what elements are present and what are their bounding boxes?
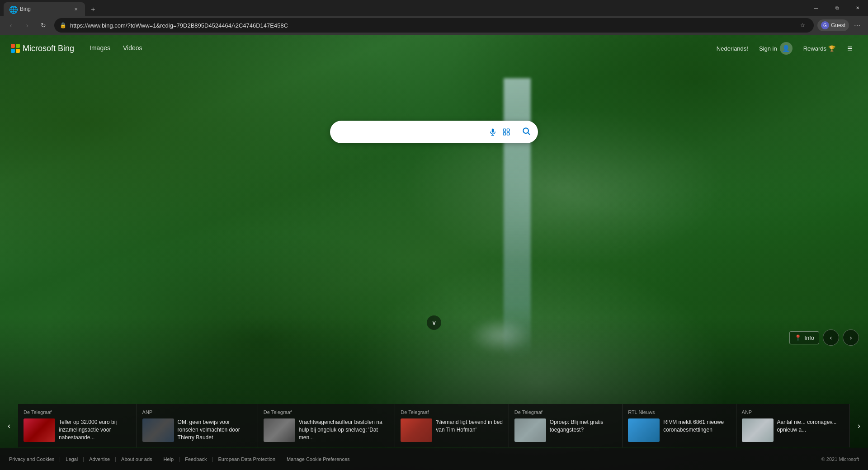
forward-button[interactable]: › bbox=[20, 18, 34, 33]
svg-rect-6 bbox=[507, 133, 509, 135]
microsoft-logo-icon bbox=[11, 44, 20, 53]
url-text: https://www.bing.com/?toWww=1&redig=79D2… bbox=[70, 22, 794, 29]
tab-close-button[interactable]: ✕ bbox=[72, 5, 80, 13]
address-bar[interactable]: 🔒 https://www.bing.com/?toWww=1&redig=79… bbox=[54, 18, 814, 33]
navigation-bar: ‹ › ↻ 🔒 https://www.bing.com/?toWww=1&re… bbox=[0, 16, 868, 35]
news-cards-container: De Telegraaf Teller op 32.000 euro bij i… bbox=[18, 404, 850, 447]
rewards-label: Rewards bbox=[803, 45, 826, 52]
news-prev-button[interactable]: ‹ bbox=[0, 404, 18, 447]
window-controls: — ⧉ ✕ bbox=[806, 0, 868, 16]
refresh-button[interactable]: ↻ bbox=[36, 18, 51, 33]
news-card[interactable]: De Telegraaf 'Niemand ligt bevend in bed… bbox=[395, 404, 509, 447]
info-label: Info bbox=[804, 334, 814, 341]
bing-logo[interactable]: Microsoft Bing bbox=[11, 44, 74, 53]
news-card[interactable]: ANP OM: geen bewijs voor ronselen volmac… bbox=[137, 404, 258, 447]
svg-rect-0 bbox=[492, 129, 494, 133]
news-card-body: Teller op 32.000 euro bij inzamelingsact… bbox=[24, 418, 131, 442]
news-source: ANP bbox=[742, 409, 844, 415]
scroll-indicator: ∨ bbox=[427, 315, 441, 330]
sign-in-label: Sign in bbox=[759, 45, 777, 52]
profile-avatar: G bbox=[821, 21, 829, 29]
search-submit-button[interactable] bbox=[522, 127, 531, 138]
news-card[interactable]: De Telegraaf Teller op 32.000 euro bij i… bbox=[18, 404, 137, 447]
svg-rect-5 bbox=[503, 133, 505, 135]
back-button[interactable]: ‹ bbox=[4, 18, 18, 33]
news-headline: Teller op 32.000 euro bij inzamelingsact… bbox=[59, 418, 131, 441]
footer-bar: Privacy and CookiesLegalAdvertiseAbout o… bbox=[0, 448, 868, 470]
footer-link[interactable]: Privacy and Cookies bbox=[9, 457, 60, 462]
sign-in-button[interactable]: Sign in 👤 bbox=[755, 40, 796, 56]
news-thumbnail bbox=[514, 418, 546, 442]
add-to-favorites-icon[interactable]: ☆ bbox=[797, 20, 808, 31]
footer-links: Privacy and CookiesLegalAdvertiseAbout o… bbox=[9, 457, 355, 462]
news-card-body: Oproep: Blij met gratis toegangstest? bbox=[514, 418, 617, 442]
language-button[interactable]: Nederlands! bbox=[713, 43, 752, 54]
news-next-button[interactable]: › bbox=[850, 404, 868, 447]
page-content: Microsoft Bing Images Videos Nederlands!… bbox=[0, 35, 868, 470]
rewards-button[interactable]: Rewards 🏆 bbox=[800, 43, 839, 54]
menu-button[interactable]: ≡ bbox=[843, 41, 857, 56]
restore-button[interactable]: ⧉ bbox=[826, 0, 847, 16]
minimize-button[interactable]: — bbox=[806, 0, 826, 16]
logo-blue-square bbox=[11, 49, 15, 53]
news-headline: Oproep: Blij met gratis toegangstest? bbox=[550, 418, 617, 434]
news-headline: OM: geen bewijs voor ronselen volmachten… bbox=[178, 418, 252, 441]
rewards-icon: 🏆 bbox=[828, 45, 835, 52]
footer-link[interactable]: Help bbox=[158, 457, 180, 462]
news-source: RTL Nieuws bbox=[628, 409, 730, 415]
copyright-text: © 2021 Microsoft bbox=[821, 456, 859, 462]
news-card[interactable]: RTL Nieuws RIVM meldt 6861 nieuwe corona… bbox=[623, 404, 736, 447]
nav-right-actions: G Guest ⋯ bbox=[817, 18, 864, 33]
news-card[interactable]: De Telegraaf Vrachtwagenchauffeur bestol… bbox=[258, 404, 396, 447]
news-source: De Telegraaf bbox=[264, 409, 390, 415]
news-headline: RIVM meldt 6861 nieuwe coronabesmettinge… bbox=[663, 418, 730, 434]
next-image-button[interactable]: › bbox=[843, 329, 859, 346]
prev-image-button[interactable]: ‹ bbox=[823, 329, 839, 346]
footer-link[interactable]: Legal bbox=[60, 457, 84, 462]
news-card-body: Aantal nie... coronagev... opnieuw a... bbox=[742, 418, 844, 442]
nav-item-images[interactable]: Images bbox=[83, 40, 117, 56]
favorites-button[interactable]: ⋯ bbox=[850, 18, 864, 33]
tab-title: Bing bbox=[20, 6, 69, 12]
image-info-bar: 📍 Info ‹ › bbox=[789, 329, 859, 346]
voice-search-button[interactable] bbox=[489, 128, 497, 136]
news-card[interactable]: ANP Aantal nie... coronagev... opnieuw a… bbox=[736, 404, 850, 447]
logo-red-square bbox=[11, 44, 15, 48]
news-source: De Telegraaf bbox=[24, 409, 131, 415]
news-headline: 'Niemand ligt bevend in bed van Tim Hofm… bbox=[436, 418, 503, 434]
news-source: ANP bbox=[142, 409, 252, 415]
search-input[interactable] bbox=[337, 128, 489, 136]
address-actions: ☆ bbox=[797, 20, 808, 31]
visual-search-button[interactable] bbox=[502, 128, 510, 136]
footer-link[interactable]: Advertise bbox=[84, 457, 116, 462]
news-card-body: Vrachtwagenchauffeur bestolen na hulp bi… bbox=[264, 418, 390, 442]
tab-bar: 🌐 Bing ✕ + bbox=[0, 0, 806, 16]
profile-button[interactable]: G Guest bbox=[817, 19, 849, 31]
active-tab[interactable]: 🌐 Bing ✕ bbox=[4, 2, 85, 16]
hamburger-icon: ≡ bbox=[847, 43, 853, 54]
search-divider bbox=[516, 127, 516, 136]
news-strip: ‹ De Telegraaf Teller op 32.000 euro bij… bbox=[0, 404, 868, 447]
news-thumbnail bbox=[401, 418, 432, 442]
footer-link[interactable]: About our ads bbox=[116, 457, 158, 462]
svg-line-8 bbox=[528, 132, 530, 134]
news-thumbnail bbox=[628, 418, 660, 442]
nav-item-videos[interactable]: Videos bbox=[117, 40, 149, 56]
header-nav: Images Videos bbox=[83, 40, 148, 56]
news-source: De Telegraaf bbox=[401, 409, 503, 415]
image-info-button[interactable]: 📍 Info bbox=[789, 331, 819, 344]
footer-link[interactable]: Manage Cookie Preferences bbox=[281, 457, 355, 462]
news-card[interactable]: De Telegraaf Oproep: Blij met gratis toe… bbox=[509, 404, 623, 447]
footer-link[interactable]: European Data Protection bbox=[213, 457, 282, 462]
news-card-body: OM: geen bewijs voor ronselen volmachten… bbox=[142, 418, 252, 442]
search-box bbox=[330, 121, 538, 143]
footer-link[interactable]: Feedback bbox=[179, 457, 212, 462]
scroll-down-button[interactable]: ∨ bbox=[427, 315, 441, 330]
bing-logo-text: Microsoft Bing bbox=[23, 44, 74, 53]
news-source: De Telegraaf bbox=[514, 409, 617, 415]
new-tab-button[interactable]: + bbox=[87, 3, 99, 16]
news-headline: Vrachtwagenchauffeur bestolen na hulp bi… bbox=[299, 418, 390, 441]
close-button[interactable]: ✕ bbox=[847, 0, 868, 16]
search-icons bbox=[489, 127, 531, 138]
user-icon: 👤 bbox=[780, 42, 793, 55]
